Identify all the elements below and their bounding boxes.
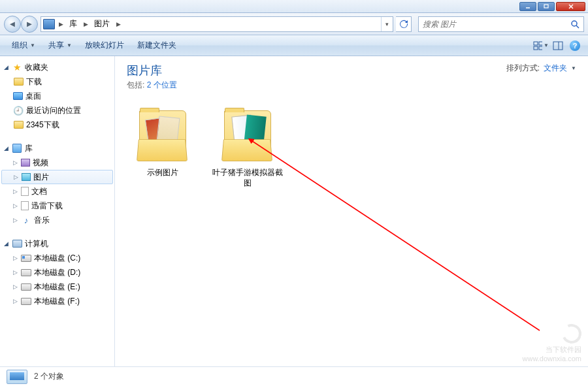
expand-icon[interactable]: ▷ (12, 188, 18, 195)
expand-icon[interactable]: ▷ (12, 298, 18, 304)
sort-control[interactable]: 排列方式: 文件夹 ▼ (506, 63, 576, 74)
video-icon (21, 159, 30, 167)
svg-point-4 (572, 21, 577, 26)
drive-icon (21, 298, 31, 305)
library-includes: 包括: 2 个位置 (127, 80, 177, 91)
tree-libraries-header[interactable]: ◢库 (0, 141, 114, 155)
back-button[interactable]: ◄ (4, 16, 21, 33)
forward-button[interactable]: ► (21, 16, 38, 33)
expand-icon[interactable]: ▷ (12, 283, 18, 290)
folder-item[interactable]: 叶子猪手游模拟器截图 (212, 106, 284, 188)
chevron-right-icon[interactable]: ▶ (82, 21, 90, 27)
toolbar: 组织▼ 共享▼ 放映幻灯片 新建文件夹 ▼ ? (0, 35, 588, 56)
expand-icon[interactable]: ▷ (12, 255, 18, 261)
expand-icon[interactable]: ▷ (12, 159, 18, 166)
tree-item-downloads[interactable]: 下载 (0, 74, 114, 89)
expand-icon[interactable]: ▷ (12, 217, 18, 223)
close-button[interactable] (556, 2, 585, 11)
tree-item-documents[interactable]: ▷文档 (0, 184, 114, 199)
includes-link[interactable]: 2 个位置 (147, 80, 177, 89)
folder-icon (14, 78, 24, 86)
tree-item-desktop[interactable]: 桌面 (0, 89, 114, 103)
status-text: 2 个对象 (34, 371, 64, 382)
tree-item-music[interactable]: ▷♪音乐 (0, 213, 114, 227)
svg-rect-10 (553, 42, 563, 50)
location-icon (43, 19, 55, 29)
download-icon (21, 201, 29, 210)
watermark-logo-icon (559, 321, 584, 346)
collapse-icon[interactable]: ◢ (3, 240, 9, 247)
drive-icon (21, 269, 31, 276)
status-icon (7, 370, 27, 384)
watermark: 当下软件园 www.downxia.com (523, 324, 581, 362)
content-pane: 图片库 包括: 2 个位置 排列方式: 文件夹 ▼ 示例图片 叶子猪手游模拟器截… (115, 56, 588, 366)
computer-icon (12, 240, 22, 248)
share-menu[interactable]: 共享▼ (42, 37, 78, 54)
chevron-down-icon: ▼ (30, 42, 35, 48)
tree-item-drive-d[interactable]: ▷本地磁盘 (D:) (0, 265, 114, 280)
svg-rect-9 (539, 46, 542, 50)
newfolder-button[interactable]: 新建文件夹 (131, 37, 183, 54)
tree-computer: ◢计算机 ▷本地磁盘 (C:) ▷本地磁盘 (D:) ▷本地磁盘 (E:) ▷本… (0, 236, 114, 308)
chevron-right-icon[interactable]: ▶ (114, 21, 123, 27)
folder-item[interactable]: 示例图片 (127, 106, 199, 188)
desktop-icon (13, 92, 23, 100)
statusbar: 2 个对象 (0, 366, 588, 386)
tree-favorites: ◢★收藏夹 下载 桌面 🕘最近访问的位置 2345下载 (0, 60, 114, 132)
view-options-button[interactable]: ▼ (533, 39, 549, 53)
folder-icon (14, 121, 24, 129)
titlebar (0, 0, 588, 13)
breadcrumb-dropdown[interactable]: ▾ (381, 17, 393, 31)
collapse-icon[interactable]: ◢ (3, 145, 9, 152)
tree-libraries: ◢库 ▷视频 ▷图片 ▷文档 ▷迅雷下载 ▷♪音乐 (0, 141, 114, 227)
tree-item-recent[interactable]: 🕘最近访问的位置 (0, 103, 114, 118)
svg-rect-8 (534, 46, 538, 50)
preview-pane-button[interactable] (550, 39, 566, 53)
search-input[interactable] (419, 20, 566, 29)
collapse-icon[interactable]: ◢ (3, 64, 9, 71)
folder-thumbnail (134, 106, 191, 164)
breadcrumb-seg-pictures[interactable]: 图片 (90, 17, 114, 31)
minimize-button[interactable] (519, 2, 536, 11)
star-icon: ★ (12, 62, 22, 72)
chevron-right-icon[interactable]: ▶ (57, 21, 65, 27)
expand-icon[interactable]: ▷ (12, 202, 18, 209)
folder-thumbnail (219, 106, 276, 164)
tree-item-2345[interactable]: 2345下载 (0, 118, 114, 132)
tree-item-drive-f[interactable]: ▷本地磁盘 (F:) (0, 294, 114, 308)
item-label: 叶子猪手游模拟器截图 (212, 168, 284, 188)
svg-line-5 (576, 25, 579, 28)
drive-icon (21, 255, 31, 262)
tree-favorites-header[interactable]: ◢★收藏夹 (0, 60, 114, 74)
tree-item-pictures[interactable]: ▷图片 (1, 170, 113, 184)
slideshow-button[interactable]: 放映幻灯片 (78, 37, 131, 54)
expand-icon[interactable]: ▷ (12, 174, 19, 180)
search-icon[interactable] (566, 17, 583, 31)
sidebar: ◢★收藏夹 下载 桌面 🕘最近访问的位置 2345下载 ◢库 ▷视频 ▷图片 ▷… (0, 56, 115, 366)
organize-menu[interactable]: 组织▼ (5, 37, 42, 54)
tree-item-drive-c[interactable]: ▷本地磁盘 (C:) (0, 251, 114, 265)
item-label: 示例图片 (127, 168, 199, 178)
maximize-button[interactable] (538, 2, 555, 11)
help-button[interactable]: ? (567, 39, 583, 53)
refresh-button[interactable] (396, 16, 412, 32)
svg-rect-1 (544, 5, 548, 8)
navbar: ◄ ► ▶ 库 ▶ 图片 ▶ ▾ (0, 13, 588, 35)
tree-item-videos[interactable]: ▷视频 (0, 155, 114, 170)
tree-item-drive-e[interactable]: ▷本地磁盘 (E:) (0, 280, 114, 294)
tree-item-xunlei[interactable]: ▷迅雷下载 (0, 199, 114, 213)
expand-icon[interactable]: ▷ (12, 269, 18, 276)
breadcrumb-seg-libraries[interactable]: 库 (65, 17, 82, 31)
tree-computer-header[interactable]: ◢计算机 (0, 236, 114, 251)
search-box[interactable] (418, 16, 584, 32)
music-icon: ♪ (21, 215, 31, 225)
drive-icon (21, 283, 31, 291)
pictures-icon (22, 173, 31, 181)
breadcrumb[interactable]: ▶ 库 ▶ 图片 ▶ ▾ (41, 16, 393, 32)
library-icon (12, 144, 22, 153)
chevron-down-icon: ▼ (571, 65, 576, 71)
svg-rect-6 (534, 42, 538, 45)
documents-icon (21, 187, 29, 196)
svg-rect-7 (539, 42, 542, 45)
chevron-down-icon: ▼ (67, 42, 72, 48)
